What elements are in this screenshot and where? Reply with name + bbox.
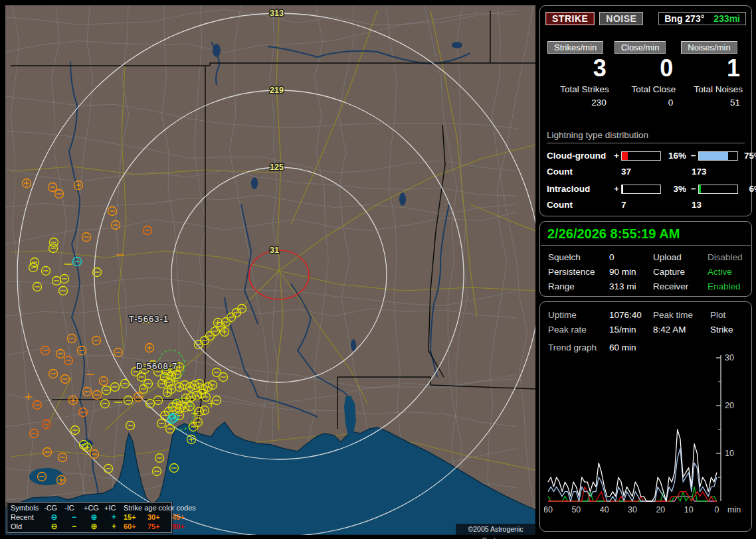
noises-per-min-header: Noises/min (681, 41, 737, 54)
ic-pos-bar (621, 185, 661, 194)
cg-neg-count: 173 (692, 167, 745, 177)
svg-text:20: 20 (725, 401, 734, 410)
datetime-display: 2/26/2026 8:55:19 AM (541, 222, 751, 246)
svg-text:10: 10 (684, 505, 694, 514)
cg-count-label: Count (547, 167, 621, 177)
strikes-per-min-value: 3 (547, 55, 611, 82)
rate-counters: Strikes/min 3 Total Strikes 230 Close/mi… (540, 41, 751, 108)
close-per-min-header: Close/min (614, 41, 666, 54)
lightning-map[interactable]: 31321912531T-5663-1D-5608-7 (5, 5, 535, 535)
intracloud-count-row: Count 7 13 (547, 200, 745, 210)
squelch-value: 0 (609, 252, 653, 262)
legend-row-recent: Recent⊖−⊕+15+30+45+ (7, 512, 171, 522)
distance-value: 233mi (713, 13, 740, 24)
total-strikes-label: Total Strikes (547, 84, 611, 94)
range-ring-label: 125 (270, 163, 284, 172)
total-close-label: Total Close (614, 84, 678, 94)
status-grid: Squelch 0 Upload Disabled Persistence 90… (540, 246, 751, 298)
strike-counter-panel: STRIKE NOISE Bng 273° 233mi Strikes/min … (539, 5, 752, 216)
range-ring-label: 31 (270, 246, 279, 255)
plot-label: Plot (710, 310, 743, 320)
cloud-ground-count-row: Count 37 173 (547, 167, 745, 177)
persistence-value: 90 min (609, 267, 653, 277)
svg-text:min: min (727, 505, 741, 514)
range-label: Range (548, 281, 609, 291)
peak-time-value: 8:42 AM (653, 325, 710, 335)
noises-per-min-value: 1 (681, 55, 744, 82)
squelch-label: Squelch (548, 252, 609, 262)
legend-col-4: +IC (104, 503, 124, 512)
intracloud-row: Intracloud + 3% − 6% (547, 184, 745, 194)
cg-pos-count: 37 (621, 167, 692, 177)
ic-pos-sign: + (612, 184, 621, 194)
svg-text:0: 0 (715, 505, 719, 514)
receiver-label: Receiver (653, 281, 708, 291)
noise-mode-button[interactable]: NOISE (599, 12, 643, 25)
legend-age-code: 15+ (124, 512, 147, 522)
peak-time-label: Peak time (653, 310, 710, 320)
ic-neg-count: 13 (692, 200, 745, 210)
upload-status: Disabled (708, 252, 743, 262)
close-counter-column: Close/min 0 Total Close 0 (613, 41, 680, 108)
cg-pos-bar (621, 151, 661, 161)
ic-pos-percent: 3% (661, 184, 689, 194)
legend-symbol-icon: + (104, 522, 124, 531)
cloud-ground-label: Cloud-ground (547, 151, 612, 161)
lightning-type-distribution: Lightning type distribution Cloud-ground… (540, 130, 751, 210)
strikes-counter-column: Strikes/min 3 Total Strikes 230 (545, 41, 613, 108)
svg-text:40: 40 (600, 505, 609, 514)
legend-col-1: -CG (44, 503, 64, 512)
close-per-min-value: 0 (614, 55, 678, 82)
ic-pos-count: 7 (621, 200, 692, 210)
legend-age-code: 30+ (147, 512, 172, 522)
peak-rate-value: 15/min (609, 325, 653, 335)
trend-graph-header: Trend graph 60 min (540, 335, 751, 352)
svg-text:60: 60 (544, 505, 553, 514)
bearing-readout: Bng 273° 233mi (658, 12, 746, 25)
range-value: 313 mi (609, 281, 653, 291)
trend-graph-window: 60 min (609, 343, 743, 352)
intracloud-label: Intracloud (547, 184, 612, 194)
trend-graph: 1020306050403020100min (544, 354, 747, 521)
map-symbol-legend: Symbols-CG-IC+CG+ICStrike age color code… (7, 502, 172, 533)
uptime-label: Uptime (548, 310, 609, 320)
storm-cell-label: D-5608-7 (136, 361, 177, 371)
ic-count-label: Count (547, 200, 621, 210)
legend-symbol-icon: + (104, 512, 124, 522)
legend-age-code: 90+ (172, 522, 196, 531)
svg-text:30: 30 (725, 354, 734, 362)
svg-text:30: 30 (628, 505, 637, 514)
range-ring-label: 219 (270, 86, 284, 95)
total-close-value: 0 (614, 98, 678, 108)
total-noises-label: Total Noises (681, 84, 744, 94)
legend-age-header: Strike age color codes (124, 503, 196, 512)
capture-status: Active (708, 267, 743, 277)
noises-counter-column: Noises/min 1 Total Noises 51 (679, 41, 746, 108)
upload-label: Upload (653, 252, 708, 262)
cg-pos-percent: 16% (661, 151, 689, 161)
total-strikes-value: 230 (547, 98, 611, 108)
legend-age-code: 45+ (172, 512, 196, 522)
legend-symbol-icon: − (64, 522, 84, 531)
ic-neg-bar (698, 185, 738, 194)
legend-symbol-icon: ⊖ (44, 512, 64, 522)
strikes-per-min-header: Strikes/min (547, 41, 603, 54)
legend-row-old: Old⊖−⊕+60+75+90+ (7, 522, 171, 531)
uptime-value: 1076:40 (609, 310, 653, 320)
plot-value: Strike (710, 325, 743, 335)
ic-neg-percent: 6% (738, 184, 756, 194)
cloud-ground-row: Cloud-ground + 16% − 75% (547, 151, 745, 161)
strike-mode-button[interactable]: STRIKE (545, 12, 595, 25)
capture-label: Capture (653, 267, 708, 277)
copyright-text: ©2005 Astrogenic Systems (456, 524, 535, 535)
svg-text:50: 50 (571, 505, 581, 514)
map-canvas: 31321912531T-5663-1D-5608-7 (5, 5, 535, 535)
cg-neg-sign: − (689, 151, 698, 161)
persistence-label: Persistence (548, 267, 609, 277)
legend-col-3: +CG (84, 503, 104, 512)
legend-header-row: Symbols-CG-IC+CG+ICStrike age color code… (7, 503, 171, 512)
legend-col-2: -IC (64, 503, 84, 512)
uptime-grid: Uptime 1076:40 Peak time Plot Peak rate … (540, 302, 751, 335)
legend-symbol-icon: − (64, 512, 84, 522)
status-panel: 2/26/2026 8:55:19 AM Squelch 0 Upload Di… (539, 221, 752, 297)
